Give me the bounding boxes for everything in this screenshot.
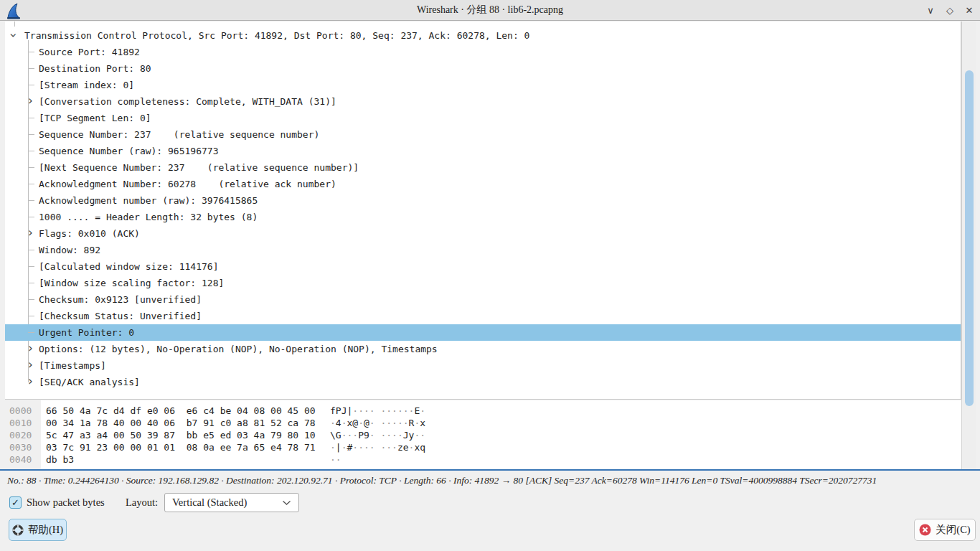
tree-row[interactable]: ›Options: (12 bytes), No-Operation (NOP)… <box>5 341 961 357</box>
tree-row[interactable]: Destination Port: 80 <box>5 60 961 77</box>
tree-branch-tick <box>28 77 39 93</box>
tree-row-label: [Conversation completeness: Complete, WI… <box>39 96 336 107</box>
tree-branch-tick <box>28 209 39 225</box>
tree-expander[interactable]: › <box>10 27 24 44</box>
hex-ascii[interactable]: ·4·x@·@· ·····R·x <box>330 417 425 429</box>
window-close-icon[interactable]: ✕ <box>964 5 974 16</box>
tree-row[interactable]: Urgent Pointer: 0 <box>5 324 961 341</box>
tree-row[interactable]: Source Port: 41892 <box>5 44 961 60</box>
vertical-scrollbar[interactable] <box>961 22 976 469</box>
help-lifebuoy-icon <box>12 524 24 536</box>
tree-row[interactable]: [Window size scaling factor: 128] <box>5 275 961 291</box>
chevron-down-icon <box>282 500 291 506</box>
chevron-collapsed-icon[interactable]: › <box>28 342 33 354</box>
tree-row-label: Transmission Control Protocol, Src Port:… <box>24 30 529 41</box>
hex-row[interactable]: 0040db b3·· <box>5 453 961 466</box>
tree-expander[interactable]: › <box>28 374 39 390</box>
tree-row[interactable]: [Checksum Status: Unverified] <box>5 308 961 324</box>
packet-detail-tree[interactable]: ›Transmission Control Protocol, Src Port… <box>5 22 961 400</box>
tree-branch-tick <box>28 159 39 176</box>
hex-bytes[interactable]: 00 34 1a 78 40 00 40 06 b7 91 c0 a8 81 5… <box>46 417 330 429</box>
tree-row-label: Checksum: 0x9123 [unverified] <box>39 294 202 305</box>
chevron-collapsed-icon[interactable]: › <box>28 359 33 371</box>
tree-row[interactable]: 1000 .... = Header Length: 32 bytes (8) <box>5 209 961 225</box>
tree-branch-tick <box>28 126 39 143</box>
window-title: Wireshark · 分组 88 · lib6-2.pcapng <box>0 4 980 17</box>
tree-row[interactable]: [Next Sequence Number: 237 (relative seq… <box>5 159 961 176</box>
tree-branch-tick <box>28 110 39 126</box>
tree-row-label: Source Port: 41892 <box>39 47 140 57</box>
hex-row[interactable]: 001000 34 1a 78 40 00 40 06 b7 91 c0 a8 … <box>5 417 961 429</box>
packet-bytes-pane[interactable]: 000066 50 4a 7c d4 df e0 06 e6 c4 be 04 … <box>5 400 961 469</box>
tree-branch-tick <box>28 308 39 324</box>
tree-row[interactable]: [Stream index: 0] <box>5 77 961 93</box>
tree-row[interactable]: Sequence Number (raw): 965196773 <box>5 143 961 159</box>
tree-expander[interactable]: › <box>28 93 39 110</box>
tree-expander[interactable]: › <box>28 225 39 242</box>
checkmark-icon: ✓ <box>11 497 19 508</box>
tree-expander[interactable]: › <box>28 357 39 374</box>
hex-ascii[interactable]: ·· <box>330 453 341 466</box>
tree-row-label: [Timestamps] <box>39 360 106 371</box>
hex-bytes[interactable]: db b3 <box>46 453 330 466</box>
minimize-icon[interactable]: ∨ <box>925 5 936 16</box>
tree-row[interactable]: ›[Conversation completeness: Complete, W… <box>5 93 961 110</box>
titlebar[interactable]: Wireshark · 分组 88 · lib6-2.pcapng ∨ ◇ ✕ <box>0 0 980 21</box>
help-button[interactable]: 帮助(H) <box>9 519 67 541</box>
tree-branch-tick <box>28 275 39 291</box>
tree-row-label: [Checksum Status: Unverified] <box>39 311 202 321</box>
hex-ascii[interactable]: \G···P9· ····Jy·· <box>330 429 425 441</box>
tree-branch-tick <box>28 324 39 341</box>
hex-bytes[interactable]: 5c 47 a3 a4 00 50 39 87 bb e5 ed 03 4a 7… <box>46 429 330 441</box>
scrollbar-thumb[interactable] <box>965 70 974 406</box>
packet-summary-line: No.: 88 · Time: 0.244264130 · Source: 19… <box>7 475 974 486</box>
tree-row[interactable]: [TCP Segment Len: 0] <box>5 110 961 126</box>
hex-ascii[interactable]: ·|·#···· ···ze·xq <box>330 441 425 453</box>
tree-expander[interactable]: › <box>28 341 39 357</box>
tree-row[interactable]: Sequence Number: 237 (relative sequence … <box>5 126 961 143</box>
tree-row-label: Window: 892 <box>39 245 100 255</box>
tree-row-label: Destination Port: 80 <box>39 63 151 74</box>
tree-branch-tick <box>28 143 39 159</box>
tree-row-label: 1000 .... = Header Length: 32 bytes (8) <box>39 212 258 222</box>
tree-row[interactable]: Checksum: 0x9123 [unverified] <box>5 291 961 308</box>
tree-branch-tick <box>28 44 39 60</box>
chevron-collapsed-icon[interactable]: › <box>28 95 33 107</box>
layout-label: Layout: <box>126 496 158 509</box>
tree-row-label: Acknowledgment number (raw): 3976415865 <box>39 195 258 206</box>
chevron-collapsed-icon[interactable]: › <box>28 227 33 239</box>
tree-row-label: [Next Sequence Number: 237 (relative seq… <box>39 162 359 173</box>
wireshark-packet-dialog: Wireshark · 分组 88 · lib6-2.pcapng ∨ ◇ ✕ … <box>0 0 980 551</box>
tree-row[interactable]: ›Transmission Control Protocol, Src Port… <box>5 27 961 44</box>
hex-bytes[interactable]: 03 7c 91 23 00 00 01 01 08 0a ee 7a 65 e… <box>46 441 330 453</box>
hex-offset: 0040 <box>5 453 41 466</box>
show-packet-bytes-checkbox[interactable]: ✓ <box>9 496 22 509</box>
close-button[interactable]: 关闭(C) <box>914 519 976 541</box>
close-circle-icon <box>919 524 931 536</box>
tree-row[interactable]: Window: 892 <box>5 242 961 258</box>
dialog-controls: ✓ Show packet bytes Layout: Vertical (St… <box>0 492 980 514</box>
tree-row[interactable]: ›[Timestamps] <box>5 357 961 374</box>
layout-dropdown[interactable]: Vertical (Stacked) <box>164 493 299 512</box>
hex-bytes[interactable]: 66 50 4a 7c d4 df e0 06 e6 c4 be 04 08 0… <box>46 405 330 417</box>
tree-row-label: Acknowledgment Number: 60278 (relative a… <box>39 179 336 189</box>
tree-row[interactable]: Acknowledgment number (raw): 3976415865 <box>5 192 961 209</box>
hex-offset: 0030 <box>5 441 41 453</box>
show-packet-bytes-label[interactable]: Show packet bytes <box>27 496 105 509</box>
tree-row-label: [TCP Segment Len: 0] <box>39 113 151 123</box>
maximize-icon[interactable]: ◇ <box>945 5 955 16</box>
chevron-collapsed-icon[interactable]: › <box>28 375 33 387</box>
hex-ascii[interactable]: fPJ|···· ······E· <box>330 405 425 417</box>
tree-row[interactable]: ›Flags: 0x010 (ACK) <box>5 225 961 242</box>
close-button-label: 关闭(C) <box>936 523 970 537</box>
tree-branch-tick <box>28 258 39 275</box>
hex-row[interactable]: 003003 7c 91 23 00 00 01 01 08 0a ee 7a … <box>5 441 961 453</box>
chevron-expanded-icon[interactable]: › <box>7 32 19 37</box>
hex-row[interactable]: 000066 50 4a 7c d4 df e0 06 e6 c4 be 04 … <box>5 405 961 417</box>
tree-row[interactable]: Acknowledgment Number: 60278 (relative a… <box>5 176 961 192</box>
tree-row[interactable]: [Calculated window size: 114176] <box>5 258 961 275</box>
layout-dropdown-value: Vertical (Stacked) <box>172 496 247 509</box>
tree-row[interactable]: ›[SEQ/ACK analysis] <box>5 374 961 390</box>
hex-row[interactable]: 00205c 47 a3 a4 00 50 39 87 bb e5 ed 03 … <box>5 429 961 441</box>
tree-row-label: [SEQ/ACK analysis] <box>39 377 140 387</box>
